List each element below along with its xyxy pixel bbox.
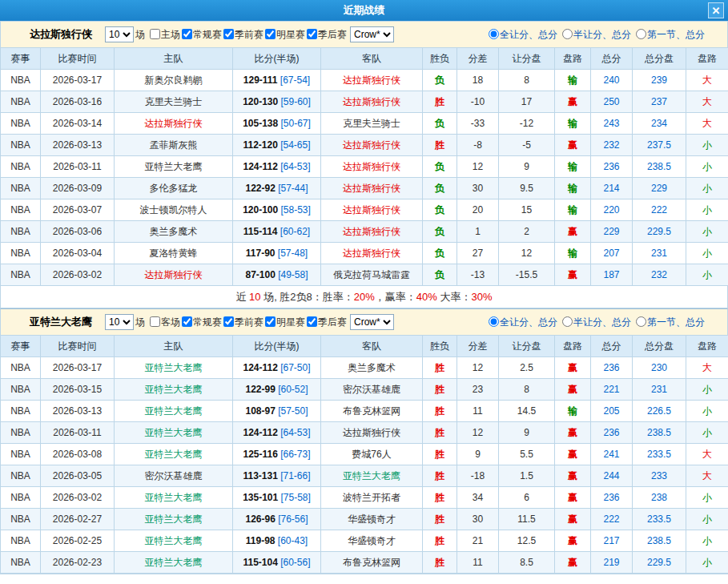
odds-source-select[interactable]: Crow* (350, 26, 394, 42)
cell-league: NBA (1, 444, 41, 465)
cell-point-diff: 30 (457, 509, 499, 530)
cell-score: 87-100 [49-58] (233, 264, 321, 286)
cell-total: 219 (591, 552, 633, 574)
filter-checkbox[interactable]: 季前赛 (223, 316, 263, 328)
cell-score: 135-101 [75-58] (233, 487, 321, 509)
filter-radio[interactable]: 全让分、总分 (489, 316, 557, 329)
cell-league: NBA (1, 264, 41, 286)
cell-total: 236 (591, 357, 633, 379)
halftime-score: [50-67] (278, 118, 311, 129)
checkbox-input[interactable] (182, 316, 192, 327)
cell-result: 负 (423, 156, 457, 178)
radio-input[interactable] (489, 29, 499, 39)
cell-league: NBA (1, 113, 41, 135)
filter-checkbox[interactable]: 明星赛 (265, 316, 305, 328)
cell-handicap-result: 输 (555, 178, 591, 199)
cell-league: NBA (1, 221, 41, 243)
cell-total-result: 小 (686, 401, 728, 422)
radio-input[interactable] (636, 29, 646, 39)
cell-total-line: 226.5 (633, 401, 686, 422)
cell-handicap: 11.5 (499, 509, 555, 530)
cell-handicap: 14.5 (499, 401, 555, 422)
column-header: 总分盘 (633, 336, 686, 357)
radio-input[interactable] (562, 316, 573, 327)
team-section: 达拉斯独行侠 10 场 主场常规赛季前赛明星赛季后赛 Crow* 全让分、总分半… (0, 21, 728, 308)
halftime-score: [71-66] (278, 470, 311, 481)
filter-radio[interactable]: 第一节、总分 (636, 316, 705, 329)
cell-home-team: 亚特兰大老鹰 (115, 552, 233, 574)
cell-handicap-result: 赢 (555, 465, 591, 487)
cell-league: NBA (1, 156, 41, 178)
cell-total-line: 222 (633, 199, 686, 221)
cell-league: NBA (1, 199, 41, 221)
cell-total: 240 (591, 70, 633, 91)
checkbox-input[interactable] (150, 316, 160, 327)
cell-away-team: 华盛顿奇才 (321, 530, 423, 552)
cell-date: 2026-02-25 (41, 530, 115, 552)
cell-point-diff: 21 (457, 530, 499, 552)
cell-result: 负 (423, 178, 457, 199)
column-header: 总分 (591, 48, 633, 70)
radio-input[interactable] (562, 29, 573, 39)
cell-date: 2026-03-17 (41, 357, 115, 379)
filter-radio[interactable]: 第一节、总分 (636, 28, 705, 42)
cell-total-line: 234 (633, 113, 686, 135)
cell-league: NBA (1, 401, 41, 422)
checkbox-input[interactable] (223, 316, 234, 327)
cell-total-line: 231 (633, 243, 686, 264)
halftime-score: [49-58] (276, 269, 308, 280)
column-header: 盘路 (555, 48, 591, 70)
column-header: 比分(半场) (233, 336, 321, 357)
cell-league: NBA (1, 379, 41, 401)
halftime-score: [67-50] (278, 362, 311, 373)
filter-checkbox[interactable]: 主场 (150, 29, 180, 40)
cell-result: 胜 (423, 444, 457, 465)
cell-point-diff: 11 (457, 401, 499, 422)
cell-total: 236 (591, 422, 633, 444)
halftime-score: [54-65] (278, 139, 311, 151)
checkbox-input[interactable] (265, 316, 276, 327)
filter-checkbox[interactable]: 客场 (150, 316, 180, 328)
filter-checkbox[interactable]: 常规赛 (182, 316, 222, 328)
cell-total-result: 小 (686, 264, 728, 286)
odds-source-select[interactable]: Crow* (350, 314, 394, 330)
checkbox-input[interactable] (307, 29, 317, 39)
checkbox-input[interactable] (307, 316, 317, 327)
halftime-score: [60-62] (278, 226, 311, 237)
games-count-select[interactable]: 10 (105, 26, 134, 42)
filter-radio[interactable]: 半让分、总分 (562, 316, 631, 329)
halftime-score: [60-43] (276, 535, 308, 546)
cell-score: 115-114 [60-62] (233, 221, 321, 243)
cell-handicap-result: 输 (555, 401, 591, 422)
filter-radio[interactable]: 半让分、总分 (562, 28, 631, 42)
cell-away-team: 达拉斯独行侠 (321, 135, 423, 156)
cell-league: NBA (1, 243, 41, 264)
close-button[interactable]: ✕ (708, 2, 724, 18)
filter-checkbox[interactable]: 明星赛 (265, 29, 305, 40)
cell-total-line: 230 (633, 357, 686, 379)
cell-total: 244 (591, 465, 633, 487)
checkbox-input[interactable] (265, 29, 276, 39)
filter-checkbox[interactable]: 季前赛 (223, 29, 263, 40)
filter-checkbox[interactable]: 季后赛 (307, 29, 347, 40)
cell-league: NBA (1, 552, 41, 574)
checkbox-input[interactable] (150, 29, 160, 39)
cell-total: 217 (591, 530, 633, 552)
cell-total: 221 (591, 379, 633, 401)
cell-handicap: 9 (499, 156, 555, 178)
filter-checkbox[interactable]: 季后赛 (307, 316, 347, 328)
checkbox-input[interactable] (223, 29, 234, 39)
cell-total-line: 229.5 (633, 552, 686, 574)
checkbox-input[interactable] (182, 29, 192, 39)
table-row: NBA2026-03-14达拉斯独行侠105-138 [50-67]克里夫兰骑士… (1, 113, 728, 135)
halftime-score: [60-52] (276, 384, 308, 395)
radio-input[interactable] (489, 316, 499, 327)
column-header: 客队 (321, 336, 423, 357)
cell-total-line: 238.5 (633, 530, 686, 552)
filter-radio[interactable]: 全让分、总分 (489, 28, 557, 42)
cell-score: 105-138 [50-67] (233, 113, 321, 135)
radio-input[interactable] (636, 316, 646, 327)
filter-checkbox[interactable]: 常规赛 (182, 29, 222, 40)
games-count-select[interactable]: 10 (105, 314, 134, 330)
cell-total-result: 大 (686, 357, 728, 379)
